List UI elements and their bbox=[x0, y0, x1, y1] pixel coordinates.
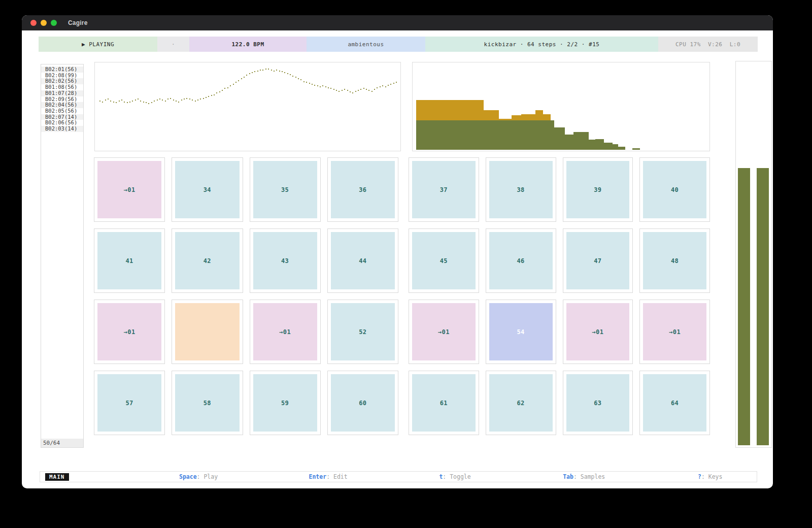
waveform-dot bbox=[257, 71, 258, 72]
waveform-dot bbox=[317, 85, 318, 86]
level-meter-left bbox=[738, 168, 750, 445]
grid-cell-label: 60 bbox=[331, 374, 395, 432]
waveform-dot bbox=[178, 102, 179, 103]
grid-cell-61[interactable]: 61 bbox=[409, 371, 479, 435]
waveform-panel bbox=[94, 62, 401, 151]
histogram-bar-gold bbox=[543, 114, 551, 120]
grid-cell-label: 35 bbox=[253, 161, 317, 218]
grid-cell-label: 38 bbox=[489, 161, 553, 218]
grid-cell-42[interactable]: 42 bbox=[172, 228, 243, 293]
grid-cell-48[interactable]: 48 bbox=[639, 228, 710, 293]
waveform-dot bbox=[99, 101, 100, 102]
waveform-dot bbox=[219, 91, 220, 92]
histogram-bar-green bbox=[565, 135, 573, 150]
waveform-dot bbox=[244, 77, 245, 78]
grid-cell-35[interactable]: 35 bbox=[250, 157, 321, 222]
waveform-dot bbox=[235, 82, 236, 83]
waveform-dot bbox=[352, 92, 353, 93]
grid-cell-64[interactable]: 64 bbox=[639, 371, 710, 435]
histogram-bar-green bbox=[499, 120, 512, 150]
grid-cell-44[interactable]: 44 bbox=[327, 228, 398, 293]
waveform-dot bbox=[330, 88, 331, 89]
grid-cell-46[interactable]: 46 bbox=[486, 228, 556, 293]
histogram-bar-green bbox=[551, 120, 554, 150]
grid-cell-40[interactable]: 40 bbox=[639, 157, 710, 222]
grid-cell-56[interactable]: →01 bbox=[639, 300, 710, 364]
grid-cell-37[interactable]: 37 bbox=[409, 157, 479, 222]
waveform-dot bbox=[380, 86, 381, 87]
grid-cell-34[interactable]: 34 bbox=[172, 157, 243, 222]
waveform-dot bbox=[186, 98, 187, 99]
grid-cell-38[interactable]: 38 bbox=[486, 157, 556, 222]
traffic-lights bbox=[22, 20, 57, 26]
grid-cell-label: 40 bbox=[643, 161, 706, 218]
grid-cell-51[interactable]: →01 bbox=[250, 300, 321, 364]
sample-list-item[interactable]: B01:07(28) bbox=[41, 90, 83, 96]
grid-cell-label: 47 bbox=[566, 232, 630, 289]
waveform-dot bbox=[200, 98, 201, 100]
grid-cell-41[interactable]: 41 bbox=[94, 228, 165, 293]
histogram-bar-green bbox=[618, 147, 625, 150]
grid-cell-45[interactable]: 45 bbox=[409, 228, 479, 293]
histogram-bar-green bbox=[595, 139, 604, 150]
grid-cell-label: 45 bbox=[412, 232, 476, 289]
waveform-dot bbox=[138, 98, 139, 100]
grid-cell-49[interactable]: →01 bbox=[94, 300, 165, 364]
histogram-bar-green bbox=[543, 120, 551, 150]
sample-list-item[interactable]: B02:05(56) bbox=[41, 108, 83, 114]
desktop-background: Cagire ▶ PLAYING·122.0 BPMambientouskick… bbox=[0, 0, 812, 528]
grid-cell-33[interactable]: →01 bbox=[94, 157, 165, 222]
waveform-dot bbox=[303, 81, 304, 82]
waveform-dot bbox=[110, 101, 111, 102]
grid-cell-52[interactable]: 52 bbox=[327, 300, 398, 364]
key-hint-play: Space: Play bbox=[179, 473, 218, 480]
minimize-window-button[interactable] bbox=[41, 20, 47, 26]
grid-cell-58[interactable]: 58 bbox=[172, 371, 243, 435]
grid-cell-47[interactable]: 47 bbox=[563, 228, 633, 293]
grid-cell-57[interactable]: 57 bbox=[94, 371, 165, 435]
grid-cell-55[interactable]: →01 bbox=[563, 300, 633, 364]
waveform-dot bbox=[230, 85, 231, 86]
waveform-dot bbox=[154, 101, 155, 102]
waveform-dot bbox=[181, 100, 182, 101]
grid-cell-50[interactable] bbox=[172, 300, 243, 364]
waveform-dot bbox=[192, 100, 193, 101]
key-hint-toggle: t: Toggle bbox=[439, 473, 470, 480]
waveform-dot bbox=[227, 87, 228, 88]
waveform-dot bbox=[108, 98, 109, 100]
waveform-dot bbox=[151, 102, 152, 103]
grid-cell-53[interactable]: →01 bbox=[409, 300, 479, 364]
grid-cell-60[interactable]: 60 bbox=[327, 371, 398, 435]
grid-cell-label: 52 bbox=[331, 303, 395, 360]
sample-list-panel: B02:01(56)B02:08(99)B02:02(56)B01:08(56)… bbox=[41, 64, 84, 448]
waveform-dot bbox=[344, 89, 345, 90]
grid-cell-label: →01 bbox=[97, 161, 161, 218]
grid-cell-label: 39 bbox=[566, 161, 630, 218]
grid-cell-36[interactable]: 36 bbox=[327, 157, 398, 222]
histogram-bar-green bbox=[613, 144, 618, 150]
histogram-bar-green bbox=[589, 140, 595, 150]
grid-cell-label bbox=[175, 303, 239, 360]
sample-list-item[interactable]: B02:03(14) bbox=[41, 126, 83, 132]
waveform-dot bbox=[157, 100, 158, 101]
grid-cell-43[interactable]: 43 bbox=[250, 228, 321, 293]
maximize-window-button[interactable] bbox=[51, 20, 57, 26]
grid-cell-59[interactable]: 59 bbox=[250, 371, 321, 435]
grid-cell-label: →01 bbox=[643, 303, 706, 360]
sample-list-item[interactable]: B02:01(56) bbox=[41, 67, 83, 73]
waveform-dot bbox=[284, 72, 285, 73]
waveform-dot bbox=[132, 101, 133, 102]
waveform-dot bbox=[382, 85, 383, 86]
grid-cell-39[interactable]: 39 bbox=[563, 157, 633, 222]
grid-cell-62[interactable]: 62 bbox=[486, 371, 556, 435]
grid-cell-63[interactable]: 63 bbox=[563, 371, 633, 435]
waveform-dot bbox=[298, 78, 299, 79]
waveform-dot bbox=[189, 98, 190, 100]
waveform-dot bbox=[184, 98, 185, 100]
level-meter-right bbox=[757, 168, 769, 445]
histogram-bar-gold bbox=[499, 119, 512, 120]
grid-cell-54[interactable]: 54 bbox=[486, 300, 556, 364]
close-window-button[interactable] bbox=[30, 20, 37, 26]
sample-list: B02:01(56)B02:08(99)B02:02(56)B01:08(56)… bbox=[41, 64, 83, 132]
key-hint-samples: Tab: Samples bbox=[563, 473, 605, 480]
